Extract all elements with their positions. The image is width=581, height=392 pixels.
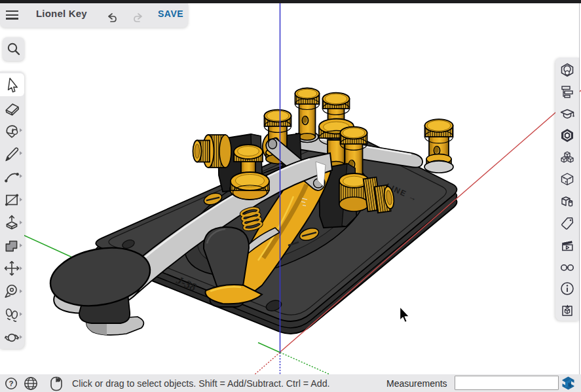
svg-text:?: ? (9, 380, 13, 387)
